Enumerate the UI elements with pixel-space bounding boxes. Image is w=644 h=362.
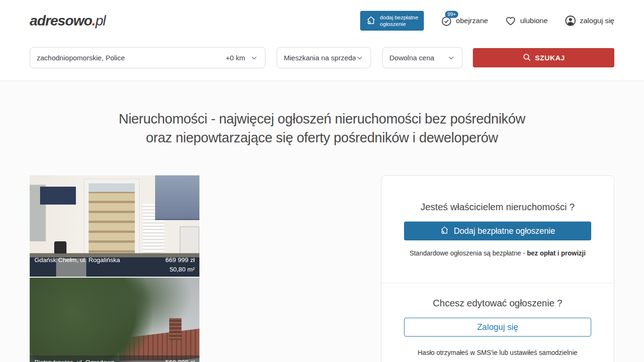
location-input[interactable]: zachodniopomorskie, Police +0 km (30, 47, 265, 68)
login-button[interactable]: Zaloguj się (404, 318, 591, 337)
header: adresowo.pl dodaj bezpłatne ogłoszenie 9 (0, 0, 644, 41)
page-title-line1: Nieruchomości - najwięcej ogłoszeń nieru… (0, 109, 644, 128)
header-nav: dodaj bezpłatne ogłoszenie 99+ obejrzane… (360, 11, 614, 31)
owner-note: Standardowe ogłoszenia są bezpłatne - be… (404, 249, 591, 257)
sidebar-card: Jesteś właścicielem nieruchomości ? Doda… (381, 175, 614, 362)
login-button-label: Zaloguj się (477, 322, 518, 332)
add-free-listing-label: Dodaj bezpłatne ogłoszenie (454, 226, 555, 236)
logo[interactable]: adresowo.pl (30, 13, 106, 29)
edit-section: Chcesz edytować ogłoszenie ? Zaloguj się… (381, 283, 614, 356)
page-title: Nieruchomości - najwięcej ogłoszeń nieru… (0, 81, 644, 147)
owner-section: Jesteś właścicielem nieruchomości ? Doda… (381, 176, 614, 283)
window-view-building (89, 183, 135, 263)
house-plus-icon (440, 225, 449, 237)
page-title-line2: oraz niepowtarzające się oferty pośredni… (0, 128, 644, 147)
logo-tld: pl (95, 13, 105, 28)
chevron-down-icon (355, 54, 364, 62)
search-bar: zachodniopomorskie, Police +0 km Mieszka… (0, 41, 644, 81)
category-value: Mieszkania na sprzedaż (284, 54, 355, 62)
listing-location: Gdańsk Chełm, ul. Rogalińska (34, 255, 120, 274)
kitchen-upper-cabinet (155, 175, 199, 220)
chevron-down-icon (250, 54, 258, 62)
nav-viewed[interactable]: 99+ obejrzane (441, 15, 488, 26)
kitchen-kettle (54, 241, 66, 254)
listing-card[interactable]: Gdańsk Chełm, ul. Rogalińska 669 999 zł … (30, 175, 199, 277)
listing-price-area: 560 000 zł 400 m² (165, 358, 195, 362)
nav-favorites[interactable]: ulubione (505, 15, 548, 26)
search-button[interactable]: SZUKAJ (473, 48, 614, 67)
price-select[interactable]: Dowolna cena (382, 47, 462, 68)
tree (72, 278, 195, 344)
listing-caption: Pietrzykowice, ul. Ogrodowa 560 000 zł 4… (30, 355, 199, 362)
kitchen-shelf (40, 187, 76, 205)
search-icon (522, 53, 531, 63)
listing-card[interactable]: Pietrzykowice, ul. Ogrodowa 560 000 zł 4… (30, 278, 199, 362)
content-row: Gdańsk Chełm, ul. Rogalińska 669 999 zł … (0, 147, 644, 362)
edit-section-title: Chcesz edytować ogłoszenie ? (404, 296, 591, 310)
edit-note: Hasło otrzymałeś w SMS'ie lub ustawiłeś … (404, 349, 591, 356)
owner-section-title: Jesteś właścicielem nieruchomości ? (404, 200, 591, 214)
price-value: Dowolna cena (389, 54, 434, 62)
location-value: zachodniopomorskie, Police (37, 54, 125, 62)
nav-favorites-label: ulubione (520, 16, 548, 25)
add-listing-button[interactable]: dodaj bezpłatne ogłoszenie (360, 11, 424, 31)
listing-caption: Gdańsk Chełm, ul. Rogalińska 669 999 zł … (30, 253, 199, 277)
listing-price-area: 669 999 zł 50,80 m² (165, 255, 195, 274)
add-listing-label: dodaj bezpłatne ogłoszenie (380, 14, 418, 27)
listing-price: 560 000 zł (165, 358, 195, 362)
house-plus-icon (366, 15, 376, 27)
check-circle-icon: 99+ (441, 15, 452, 26)
chevron-down-icon (447, 54, 455, 62)
listing-price: 669 999 zł (165, 255, 195, 265)
search-button-label: SZUKAJ (535, 54, 565, 62)
heart-icon (505, 15, 516, 26)
nav-viewed-label: obejrzane (456, 16, 488, 25)
listings-grid: Gdańsk Chełm, ul. Rogalińska 669 999 zł … (30, 175, 370, 362)
main-content: Nieruchomości - najwięcej ogłoszeń nieru… (0, 81, 644, 362)
radius-value: +0 km (226, 54, 245, 62)
category-select[interactable]: Mieszkania na sprzedaż (277, 47, 371, 68)
nav-login-label: zaloguj się (580, 16, 614, 25)
add-free-listing-button[interactable]: Dodaj bezpłatne ogłoszenie (404, 222, 591, 240)
listing-area: 50,80 m² (165, 265, 195, 274)
viewed-count-badge: 99+ (445, 11, 458, 18)
logo-main: adresowo (30, 13, 92, 28)
listing-photo (30, 278, 199, 362)
listing-location: Pietrzykowice, ul. Ogrodowa (34, 358, 115, 362)
user-icon (565, 15, 576, 26)
nav-login[interactable]: zaloguj się (565, 15, 614, 26)
